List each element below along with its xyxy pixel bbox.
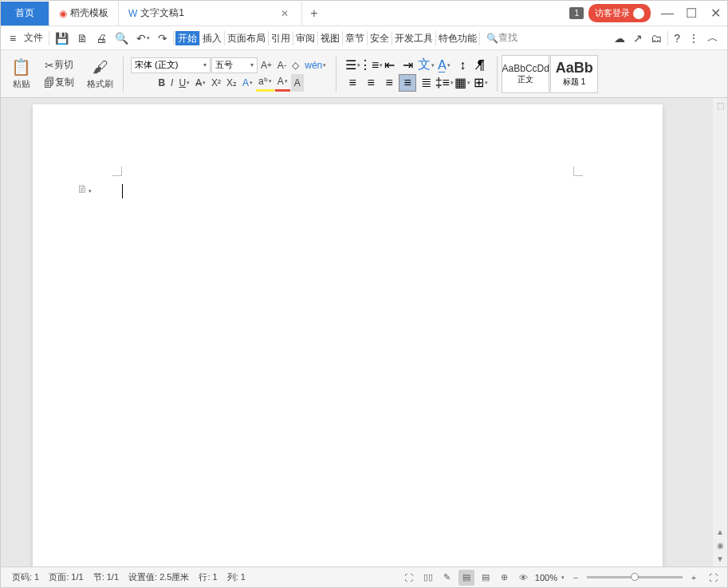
section-marker-icon[interactable]: 🗎▾ <box>77 182 92 195</box>
edit-view-button[interactable]: ✎ <box>439 570 455 586</box>
style-heading1[interactable]: AaBb 标题 1 <box>550 55 598 93</box>
shading-button[interactable]: ▦▾ <box>454 74 471 92</box>
close-button[interactable]: ✕ <box>703 2 727 25</box>
decrease-font-button[interactable]: A- <box>275 57 289 74</box>
minimize-button[interactable]: — <box>655 2 679 25</box>
notifications-badge[interactable]: 1 <box>569 7 584 19</box>
superscript-button[interactable]: X² <box>209 74 223 92</box>
zoom-handle[interactable] <box>631 573 639 581</box>
menu-special[interactable]: 特色功能 <box>436 31 480 45</box>
align-center-button[interactable]: ≡ <box>362 74 380 92</box>
format-painter-button[interactable]: 🖌 格式刷 <box>85 55 116 93</box>
share-button[interactable]: ↗ <box>629 28 647 49</box>
menu-reference[interactable]: 引用 <box>269 31 293 45</box>
save-button[interactable]: 💾 <box>51 28 73 49</box>
menu-security[interactable]: 安全 <box>368 31 392 45</box>
font-name-combo[interactable]: 宋体 (正文) ▾ <box>131 57 211 73</box>
status-page[interactable]: 页面: 1/1 <box>44 571 88 583</box>
number-list-button[interactable]: ⋮≡▾ <box>362 57 380 74</box>
borders-button[interactable]: ⊞▾ <box>472 74 490 92</box>
paste-button[interactable]: 📋 粘贴 <box>9 55 33 93</box>
menu-review[interactable]: 审阅 <box>293 31 318 45</box>
zoom-dropdown-icon[interactable]: ▾ <box>561 574 565 581</box>
status-section[interactable]: 节: 1/1 <box>89 571 124 583</box>
sidebar-nav-circle-icon[interactable]: ◉ <box>717 541 724 550</box>
login-button[interactable]: 访客登录 <box>588 4 651 22</box>
save-as-button[interactable]: 🗎 <box>73 28 92 49</box>
align-left-button[interactable]: ≡ <box>344 74 361 92</box>
text-alignment-button[interactable]: A̲▾ <box>435 57 453 74</box>
char-shading-button[interactable]: A <box>291 74 304 92</box>
menu-chapter[interactable]: 章节 <box>343 31 368 45</box>
sidebar-top-icon[interactable]: ⬚ <box>717 101 724 110</box>
underline-button[interactable]: U▾ <box>176 74 192 92</box>
tab-add-button[interactable]: + <box>302 6 326 21</box>
line-spacing-button[interactable]: ‡≡▾ <box>435 74 453 92</box>
subscript-button[interactable]: X₂ <box>224 74 239 92</box>
zoom-slider[interactable] <box>587 576 683 578</box>
cut-button[interactable]: ✂ 剪切 <box>42 57 76 74</box>
decrease-indent-button[interactable]: ⇤ <box>380 57 398 74</box>
sync-button[interactable]: 🗂 <box>647 28 666 49</box>
menu-dev-tools[interactable]: 开发工具 <box>392 31 436 45</box>
web-view-button[interactable]: ⊕ <box>497 570 513 586</box>
document-page[interactable]: 🗎▾ <box>33 104 663 566</box>
font-size-combo[interactable]: 五号 ▾ <box>211 57 258 73</box>
sort-button[interactable]: ↕ <box>454 57 471 74</box>
style-body[interactable]: AaBbCcDd 正文 <box>502 55 549 93</box>
search-button[interactable]: 🔍 查找 <box>486 31 517 45</box>
status-page-num[interactable]: 页码: 1 <box>7 571 44 583</box>
menu-start[interactable]: 开始 <box>175 31 200 45</box>
cloud-sync-button[interactable]: ☁ <box>610 28 629 49</box>
font-color-button[interactable]: A▾ <box>275 74 290 92</box>
status-setting[interactable]: 设置值: 2.5厘米 <box>124 571 194 583</box>
maximize-button[interactable]: ☐ <box>679 2 703 25</box>
zoom-out-button[interactable]: − <box>568 570 584 586</box>
fit-page-button[interactable]: ⛶ <box>705 570 721 586</box>
increase-indent-button[interactable]: ⇥ <box>399 57 416 74</box>
outline-view-button[interactable]: ▤ <box>478 570 494 586</box>
align-justify-button[interactable]: ≡ <box>399 74 416 92</box>
help-button[interactable]: ? <box>670 28 684 49</box>
phonetic-guide-button[interactable]: wén▾ <box>302 57 329 74</box>
paste-icon: 📋 <box>11 57 31 76</box>
reading-view-button[interactable]: ▯▯ <box>420 570 436 586</box>
bold-button[interactable]: B <box>155 74 167 92</box>
copy-button[interactable]: 🗐 复制 <box>41 74 77 92</box>
collapse-ribbon-button[interactable]: ︿ <box>703 28 722 49</box>
redo-button[interactable]: ↷ <box>154 28 171 49</box>
tab-docer-templates[interactable]: ◉ 稻壳模板 <box>49 2 119 25</box>
text-effects-button[interactable]: A▾ <box>240 74 255 92</box>
status-row[interactable]: 行: 1 <box>194 571 222 583</box>
more-button[interactable]: ⋮ <box>684 28 703 49</box>
increase-font-button[interactable]: A+ <box>258 57 274 74</box>
status-col[interactable]: 列: 1 <box>222 571 250 583</box>
align-right-button[interactable]: ≡ <box>380 74 398 92</box>
eye-protect-button[interactable]: 👁 <box>516 570 532 586</box>
print-button[interactable]: 🖨 <box>92 28 111 49</box>
fullscreen-button[interactable]: ⛶ <box>401 570 417 586</box>
strikethrough-button[interactable]: A̶▾ <box>193 74 208 92</box>
sidebar-nav-down-icon[interactable]: ▼ <box>716 555 724 563</box>
zoom-in-button[interactable]: + <box>686 570 702 586</box>
page-view-button[interactable]: ▤ <box>458 570 474 586</box>
clear-format-button[interactable]: ◇ <box>289 57 301 74</box>
tab-close-icon[interactable]: ✕ <box>277 8 292 19</box>
hamburger-menu[interactable]: ≡ <box>6 28 20 49</box>
highlight-button[interactable]: aᵇ▾ <box>256 74 274 92</box>
sidebar-nav-up-icon[interactable]: ▲ <box>716 527 724 536</box>
italic-button[interactable]: I <box>168 74 175 92</box>
print-preview-button[interactable]: 🔍 <box>111 28 132 49</box>
tab-document[interactable]: W 文字文稿1 ✕ <box>119 2 302 25</box>
tab-home[interactable]: 首页 <box>1 2 49 25</box>
show-marks-button[interactable]: ¶̸ <box>472 57 490 74</box>
distribute-button[interactable]: ≣ <box>417 74 435 92</box>
text-direction-button[interactable]: 文▾ <box>417 57 435 74</box>
menu-insert[interactable]: 插入 <box>200 31 225 45</box>
menu-page-layout[interactable]: 页面布局 <box>225 31 269 45</box>
undo-button[interactable]: ↶▾ <box>132 28 154 49</box>
document-canvas[interactable]: 🗎▾ <box>1 98 713 566</box>
menu-view[interactable]: 视图 <box>318 31 343 45</box>
zoom-value[interactable]: 100% <box>535 573 557 582</box>
file-menu[interactable]: 文件 <box>20 28 47 49</box>
